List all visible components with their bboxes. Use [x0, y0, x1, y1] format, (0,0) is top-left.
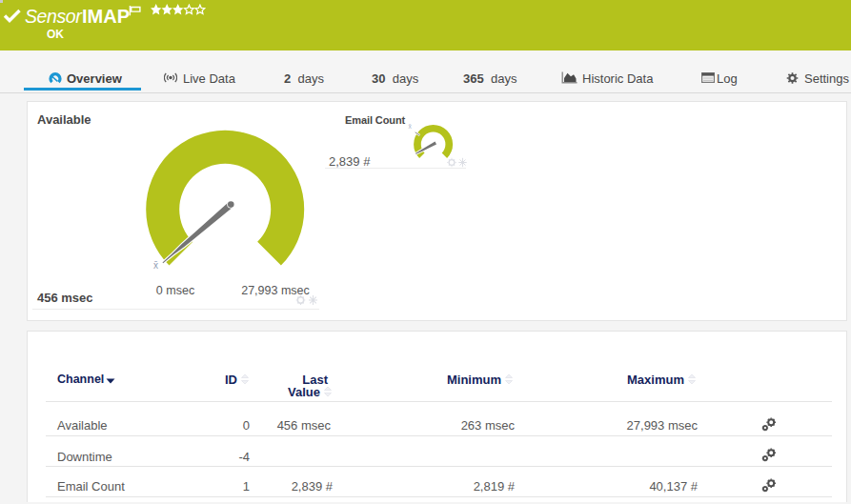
svg-text:x̄: x̄ — [409, 123, 413, 130]
svg-text:x̄: x̄ — [153, 260, 158, 271]
